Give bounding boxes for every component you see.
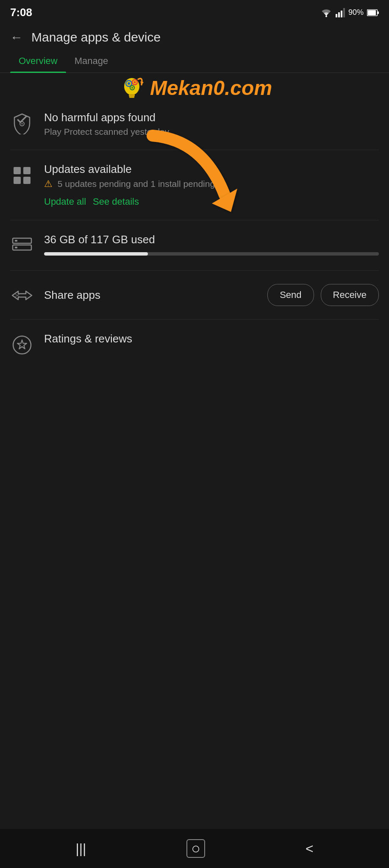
ratings-body: Ratings & reviews	[44, 332, 379, 348]
wifi-icon	[320, 8, 332, 17]
play-protect-section: No harmful apps found Play Protect scann…	[0, 98, 389, 150]
svg-rect-24	[23, 177, 31, 184]
updates-body: Updates available ⚠ 5 updates pending an…	[44, 163, 379, 207]
updates-subtitle: ⚠ 5 updates pending and 1 install pendin…	[44, 178, 379, 189]
svg-rect-3	[341, 11, 342, 17]
status-bar: 7:08 90%	[0, 0, 389, 23]
updates-icon	[10, 164, 34, 187]
play-protect-title: No harmful apps found	[44, 111, 379, 124]
storage-bar	[44, 252, 379, 256]
signal-icon	[336, 8, 345, 17]
svg-rect-6	[378, 11, 379, 14]
page-title: Manage apps & device	[31, 30, 161, 45]
svg-rect-4	[343, 8, 345, 17]
tab-overview[interactable]: Overview	[10, 50, 66, 72]
share-apps-section: Share apps Send Receive	[0, 271, 389, 319]
status-time: 7:08	[10, 6, 32, 19]
svg-point-13	[132, 80, 137, 85]
svg-point-14	[133, 81, 136, 83]
see-details-link[interactable]: See details	[93, 196, 139, 207]
svg-point-11	[126, 81, 132, 86]
ratings-icon	[10, 333, 34, 357]
svg-point-16	[131, 87, 133, 89]
storage-bar-fill	[44, 252, 148, 256]
svg-point-8	[124, 78, 139, 95]
svg-rect-29	[15, 247, 17, 248]
svg-rect-22	[23, 167, 31, 174]
svg-rect-10	[129, 96, 134, 98]
svg-point-12	[128, 82, 130, 85]
nav-recent-button[interactable]: |||	[75, 841, 86, 857]
watermark: Mekan0.com	[0, 69, 389, 103]
main-content: No harmful apps found Play Protect scann…	[0, 98, 389, 370]
update-all-link[interactable]: Update all	[44, 196, 86, 207]
svg-point-15	[130, 86, 134, 90]
storage-body: 36 GB of 117 GB used	[44, 233, 379, 256]
status-icons: 90%	[320, 8, 379, 17]
tabs-container: Overview Manage	[0, 50, 389, 73]
updates-section: Updates available ⚠ 5 updates pending an…	[0, 150, 389, 220]
svg-rect-9	[129, 94, 135, 97]
svg-rect-23	[14, 177, 21, 184]
svg-rect-28	[15, 240, 17, 242]
svg-marker-33	[17, 340, 27, 349]
play-protect-icon	[10, 112, 34, 136]
share-apps-icon	[10, 284, 34, 307]
play-protect-subtitle: Play Protect scanned yesterday	[44, 127, 379, 137]
play-protect-body: No harmful apps found Play Protect scann…	[44, 111, 379, 137]
svg-rect-2	[338, 12, 340, 17]
updates-actions: Update all See details	[44, 196, 379, 207]
share-apps-label: Share apps	[44, 289, 257, 302]
storage-icon	[10, 234, 34, 258]
receive-button[interactable]: Receive	[321, 284, 379, 306]
svg-marker-18	[17, 116, 27, 124]
updates-title: Updates available	[44, 163, 379, 176]
watermark-text: Mekan0.com	[150, 76, 272, 100]
svg-point-32	[13, 336, 31, 354]
svg-marker-17	[140, 81, 144, 85]
storage-title: 36 GB of 117 GB used	[44, 233, 379, 246]
send-button[interactable]: Send	[267, 284, 314, 306]
ratings-title: Ratings & reviews	[44, 332, 379, 345]
svg-marker-20	[21, 123, 23, 125]
svg-rect-7	[368, 10, 376, 15]
battery-icon	[367, 9, 379, 16]
storage-section: 36 GB of 117 GB used	[0, 220, 389, 270]
share-apps-buttons: Send Receive	[267, 284, 379, 306]
nav-back-button[interactable]: <	[306, 841, 314, 857]
ratings-section[interactable]: Ratings & reviews	[0, 320, 389, 370]
nav-home-button[interactable]: ○	[186, 839, 205, 858]
svg-rect-21	[14, 167, 21, 174]
warning-icon: ⚠	[44, 178, 53, 189]
svg-rect-1	[336, 14, 337, 17]
back-button[interactable]: ←	[10, 30, 23, 45]
battery-text: 90%	[348, 8, 364, 17]
navigation-bar: ||| ○ <	[0, 829, 389, 868]
header: ← Manage apps & device	[0, 23, 389, 50]
tab-manage[interactable]: Manage	[66, 50, 117, 72]
svg-point-0	[325, 15, 327, 17]
